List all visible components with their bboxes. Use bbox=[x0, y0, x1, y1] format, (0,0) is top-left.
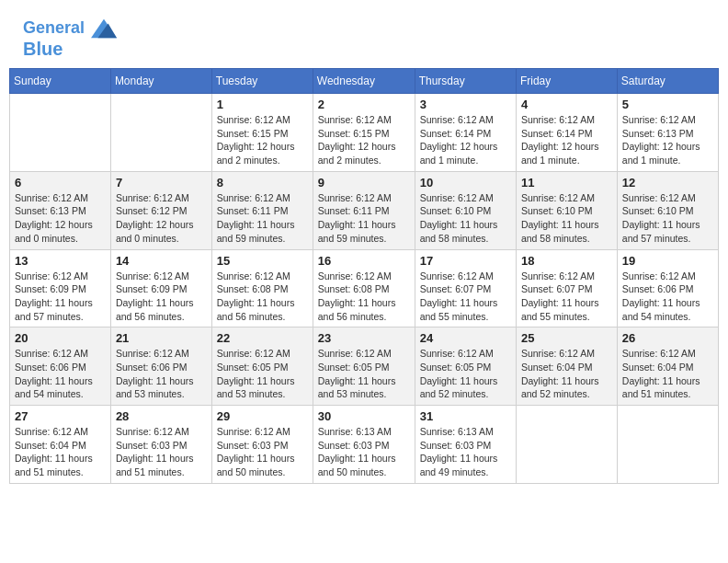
day-number: 25 bbox=[521, 331, 612, 345]
calendar-cell: 8Sunrise: 6:12 AM Sunset: 6:11 PM Daylig… bbox=[211, 171, 313, 249]
day-info: Sunrise: 6:12 AM Sunset: 6:08 PM Dayligh… bbox=[217, 270, 308, 324]
calendar-cell bbox=[110, 94, 211, 172]
day-number: 19 bbox=[622, 254, 713, 268]
day-number: 17 bbox=[420, 254, 511, 268]
day-info: Sunrise: 6:12 AM Sunset: 6:06 PM Dayligh… bbox=[116, 347, 207, 401]
day-info: Sunrise: 6:13 AM Sunset: 6:03 PM Dayligh… bbox=[318, 425, 410, 479]
calendar-header-row: SundayMondayTuesdayWednesdayThursdayFrid… bbox=[10, 69, 719, 94]
logo: General Blue bbox=[23, 18, 117, 59]
day-info: Sunrise: 6:12 AM Sunset: 6:11 PM Dayligh… bbox=[318, 191, 410, 246]
calendar-cell: 17Sunrise: 6:12 AM Sunset: 6:07 PM Dayli… bbox=[415, 249, 516, 327]
day-number: 24 bbox=[420, 331, 511, 345]
calendar-cell bbox=[617, 406, 718, 484]
calendar-cell: 9Sunrise: 6:12 AM Sunset: 6:11 PM Daylig… bbox=[313, 171, 415, 249]
day-info: Sunrise: 6:12 AM Sunset: 6:06 PM Dayligh… bbox=[15, 347, 106, 401]
weekday-header-thursday: Thursday bbox=[415, 69, 516, 94]
calendar-week-3: 13Sunrise: 6:12 AM Sunset: 6:09 PM Dayli… bbox=[10, 249, 719, 327]
calendar-cell: 29Sunrise: 6:12 AM Sunset: 6:03 PM Dayli… bbox=[211, 406, 313, 484]
calendar-cell: 16Sunrise: 6:12 AM Sunset: 6:08 PM Dayli… bbox=[313, 249, 415, 327]
calendar-cell: 4Sunrise: 6:12 AM Sunset: 6:14 PM Daylig… bbox=[516, 94, 617, 172]
calendar-cell: 10Sunrise: 6:12 AM Sunset: 6:10 PM Dayli… bbox=[415, 171, 516, 249]
day-info: Sunrise: 6:12 AM Sunset: 6:07 PM Dayligh… bbox=[521, 270, 612, 324]
day-number: 8 bbox=[217, 176, 308, 190]
day-info: Sunrise: 6:12 AM Sunset: 6:05 PM Dayligh… bbox=[420, 347, 511, 401]
calendar-cell: 26Sunrise: 6:12 AM Sunset: 6:04 PM Dayli… bbox=[617, 327, 718, 406]
day-info: Sunrise: 6:12 AM Sunset: 6:10 PM Dayligh… bbox=[521, 191, 612, 246]
day-number: 10 bbox=[420, 176, 511, 190]
day-info: Sunrise: 6:12 AM Sunset: 6:07 PM Dayligh… bbox=[420, 270, 511, 324]
weekday-header-wednesday: Wednesday bbox=[313, 69, 415, 94]
day-info: Sunrise: 6:12 AM Sunset: 6:06 PM Dayligh… bbox=[622, 270, 713, 324]
day-info: Sunrise: 6:12 AM Sunset: 6:04 PM Dayligh… bbox=[521, 347, 612, 401]
day-info: Sunrise: 6:12 AM Sunset: 6:05 PM Dayligh… bbox=[217, 347, 308, 401]
day-info: Sunrise: 6:12 AM Sunset: 6:04 PM Dayligh… bbox=[622, 347, 713, 401]
day-info: Sunrise: 6:12 AM Sunset: 6:14 PM Dayligh… bbox=[521, 113, 612, 167]
calendar-cell: 21Sunrise: 6:12 AM Sunset: 6:06 PM Dayli… bbox=[110, 327, 211, 406]
calendar-cell: 20Sunrise: 6:12 AM Sunset: 6:06 PM Dayli… bbox=[10, 327, 111, 406]
day-number: 2 bbox=[318, 98, 410, 111]
calendar-cell: 22Sunrise: 6:12 AM Sunset: 6:05 PM Dayli… bbox=[211, 327, 313, 406]
day-number: 29 bbox=[217, 409, 308, 423]
calendar-week-2: 6Sunrise: 6:12 AM Sunset: 6:13 PM Daylig… bbox=[10, 171, 719, 249]
day-info: Sunrise: 6:12 AM Sunset: 6:09 PM Dayligh… bbox=[116, 270, 207, 324]
weekday-header-saturday: Saturday bbox=[617, 69, 718, 94]
calendar-cell: 3Sunrise: 6:12 AM Sunset: 6:14 PM Daylig… bbox=[415, 94, 516, 172]
day-number: 13 bbox=[15, 254, 106, 268]
day-info: Sunrise: 6:12 AM Sunset: 6:13 PM Dayligh… bbox=[15, 191, 106, 246]
calendar-table: SundayMondayTuesdayWednesdayThursdayFrid… bbox=[9, 68, 719, 484]
day-number: 15 bbox=[217, 254, 308, 268]
day-number: 5 bbox=[622, 98, 713, 111]
calendar-cell: 2Sunrise: 6:12 AM Sunset: 6:15 PM Daylig… bbox=[313, 94, 415, 172]
day-number: 4 bbox=[521, 98, 612, 111]
day-number: 14 bbox=[116, 254, 207, 268]
calendar-cell: 1Sunrise: 6:12 AM Sunset: 6:15 PM Daylig… bbox=[211, 94, 313, 172]
day-number: 28 bbox=[116, 409, 207, 423]
calendar-cell: 25Sunrise: 6:12 AM Sunset: 6:04 PM Dayli… bbox=[516, 327, 617, 406]
calendar-cell: 6Sunrise: 6:12 AM Sunset: 6:13 PM Daylig… bbox=[10, 171, 111, 249]
logo-text: General bbox=[23, 18, 117, 39]
logo-blue-text: Blue bbox=[23, 39, 117, 59]
day-info: Sunrise: 6:12 AM Sunset: 6:11 PM Dayligh… bbox=[217, 191, 308, 246]
day-info: Sunrise: 6:12 AM Sunset: 6:13 PM Dayligh… bbox=[622, 113, 713, 167]
day-info: Sunrise: 6:12 AM Sunset: 6:15 PM Dayligh… bbox=[318, 113, 410, 167]
day-info: Sunrise: 6:12 AM Sunset: 6:10 PM Dayligh… bbox=[622, 191, 713, 246]
day-info: Sunrise: 6:12 AM Sunset: 6:09 PM Dayligh… bbox=[15, 270, 106, 324]
day-number: 31 bbox=[420, 409, 511, 423]
weekday-header-monday: Monday bbox=[110, 69, 211, 94]
day-number: 7 bbox=[116, 176, 207, 190]
calendar-week-4: 20Sunrise: 6:12 AM Sunset: 6:06 PM Dayli… bbox=[10, 327, 719, 406]
day-number: 30 bbox=[318, 409, 410, 423]
day-number: 12 bbox=[622, 176, 713, 190]
calendar-cell: 7Sunrise: 6:12 AM Sunset: 6:12 PM Daylig… bbox=[110, 171, 211, 249]
page-header: General Blue bbox=[9, 9, 719, 63]
weekday-header-tuesday: Tuesday bbox=[211, 69, 313, 94]
day-info: Sunrise: 6:12 AM Sunset: 6:08 PM Dayligh… bbox=[318, 270, 410, 324]
day-number: 9 bbox=[318, 176, 410, 190]
day-number: 20 bbox=[15, 331, 106, 345]
day-info: Sunrise: 6:12 AM Sunset: 6:04 PM Dayligh… bbox=[15, 425, 106, 479]
calendar-cell: 18Sunrise: 6:12 AM Sunset: 6:07 PM Dayli… bbox=[516, 249, 617, 327]
calendar-cell: 5Sunrise: 6:12 AM Sunset: 6:13 PM Daylig… bbox=[617, 94, 718, 172]
day-info: Sunrise: 6:12 AM Sunset: 6:10 PM Dayligh… bbox=[420, 191, 511, 246]
day-number: 23 bbox=[318, 331, 410, 345]
calendar-week-5: 27Sunrise: 6:12 AM Sunset: 6:04 PM Dayli… bbox=[10, 406, 719, 484]
calendar-cell bbox=[10, 94, 111, 172]
day-info: Sunrise: 6:12 AM Sunset: 6:15 PM Dayligh… bbox=[217, 113, 308, 167]
day-number: 26 bbox=[622, 331, 713, 345]
calendar-body: 1Sunrise: 6:12 AM Sunset: 6:15 PM Daylig… bbox=[10, 94, 719, 484]
calendar-cell: 19Sunrise: 6:12 AM Sunset: 6:06 PM Dayli… bbox=[617, 249, 718, 327]
day-number: 11 bbox=[521, 176, 612, 190]
day-info: Sunrise: 6:12 AM Sunset: 6:03 PM Dayligh… bbox=[116, 425, 207, 479]
day-info: Sunrise: 6:12 AM Sunset: 6:05 PM Dayligh… bbox=[318, 347, 410, 401]
calendar-cell: 12Sunrise: 6:12 AM Sunset: 6:10 PM Dayli… bbox=[617, 171, 718, 249]
day-number: 22 bbox=[217, 331, 308, 345]
calendar-cell: 11Sunrise: 6:12 AM Sunset: 6:10 PM Dayli… bbox=[516, 171, 617, 249]
day-info: Sunrise: 6:12 AM Sunset: 6:14 PM Dayligh… bbox=[420, 113, 511, 167]
day-number: 18 bbox=[521, 254, 612, 268]
day-number: 1 bbox=[217, 98, 308, 111]
calendar-cell: 27Sunrise: 6:12 AM Sunset: 6:04 PM Dayli… bbox=[10, 406, 111, 484]
calendar-cell: 13Sunrise: 6:12 AM Sunset: 6:09 PM Dayli… bbox=[10, 249, 111, 327]
calendar-cell: 31Sunrise: 6:13 AM Sunset: 6:03 PM Dayli… bbox=[415, 406, 516, 484]
calendar-cell: 28Sunrise: 6:12 AM Sunset: 6:03 PM Dayli… bbox=[110, 406, 211, 484]
calendar-cell: 23Sunrise: 6:12 AM Sunset: 6:05 PM Dayli… bbox=[313, 327, 415, 406]
